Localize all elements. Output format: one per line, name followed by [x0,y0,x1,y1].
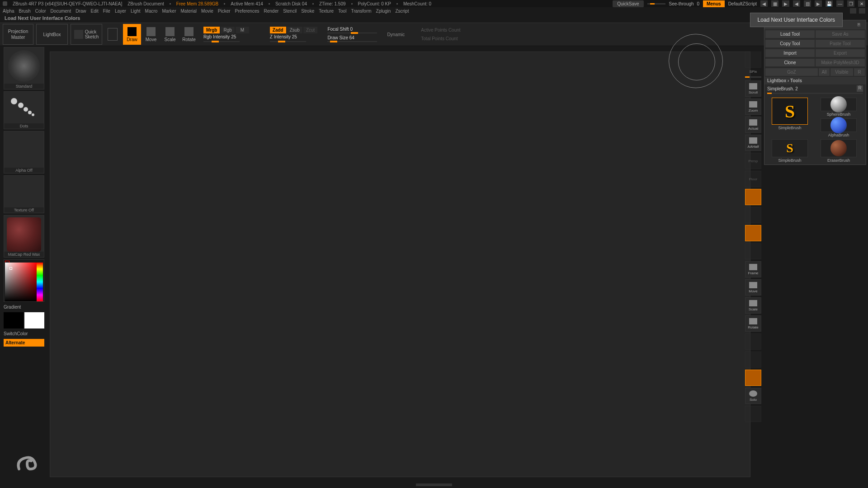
save-as-button[interactable]: Save As [816,30,865,38]
draw-size-slider[interactable] [327,41,377,42]
menu-picker[interactable]: Picker [218,9,231,14]
alpha-slot[interactable]: Alpha Off [4,131,44,174]
alternate-button[interactable]: Alternate [4,339,44,347]
tool-item-simplebrush-2[interactable]: S SimpleBrush [766,139,813,163]
polyf-button[interactable] [745,333,761,350]
menu-preferences[interactable]: Preferences [235,9,259,14]
ui-prev-icon[interactable]: ◀ [760,0,768,7]
goz-all-button[interactable]: All [819,68,830,76]
tool-item-simplebrush[interactable]: S SimpleBrush [766,98,813,137]
tool-item-eraserbrush[interactable]: EraserBrush [815,139,862,163]
close-icon[interactable]: ✕ [858,0,865,7]
menu-zplugin[interactable]: Zplugin [376,9,391,14]
transp-button[interactable] [745,352,761,368]
menu-tool[interactable]: Tool [338,9,346,14]
color-picker[interactable] [4,259,44,302]
menu-alpha[interactable]: Alpha [3,9,14,14]
bottom-scrollbar[interactable] [416,483,452,486]
layout-next-icon[interactable]: ▶ [815,0,822,7]
switch-color-button[interactable]: SwitchColor [4,330,44,337]
arrow-down-icon[interactable] [859,8,865,14]
xpose-button[interactable] [745,406,761,422]
scale-button[interactable]: Scale [161,24,179,45]
tool-slider[interactable] [767,93,863,94]
canvas-rotate-button[interactable]: Rotate [745,315,761,332]
hue-strip[interactable] [37,263,43,301]
focal-shift-slider[interactable] [327,33,377,33]
layout-icon[interactable]: ▥ [804,0,811,7]
menu-marker[interactable]: Marker [162,9,176,14]
save-config-icon[interactable]: 💾 [826,0,833,7]
m-button[interactable]: M [236,27,249,33]
menu-material[interactable]: Material [181,9,197,14]
dynamic-label[interactable]: Dynamic [387,32,405,37]
spix-slider[interactable] [745,76,761,78]
lightbox-button[interactable]: LightBox [36,24,68,45]
import-button[interactable]: Import [765,49,815,57]
clone-button[interactable]: Clone [765,59,815,66]
canvas-move-button[interactable]: Move [745,279,761,296]
goz-button[interactable]: GoZ [765,68,818,76]
menu-file[interactable]: File [103,9,110,14]
mrgb-button[interactable]: Mrgb [203,27,220,33]
lc-button[interactable] [745,207,761,223]
lightbox-tools-header[interactable]: Lightbox › Tools [764,77,866,84]
z-intensity-slider[interactable] [270,41,306,42]
refresh-icon[interactable] [850,8,856,14]
zoom-button[interactable]: Zoom [745,99,761,115]
projection-master-button[interactable]: ProjectionMaster [3,24,33,45]
zsub-button[interactable]: Zsub [287,27,302,33]
restore-icon[interactable]: ❐ [847,0,854,7]
menu-light[interactable]: Light [131,9,141,14]
zadd-button[interactable]: Zadd [270,27,286,33]
menu-zscript[interactable]: Zscript [395,9,409,14]
lsym-button[interactable] [745,225,761,241]
load-tool-button[interactable]: Load Tool [765,30,815,38]
make-polymesh-button[interactable]: Make PolyMesh3D [816,59,865,66]
persp-button[interactable]: Persp [745,153,761,169]
zcut-button[interactable]: Zcut [303,27,317,33]
ui-colors-icon[interactable]: ▦ [771,0,778,7]
rgb-intensity-slider[interactable] [203,41,240,42]
blank-button[interactable] [745,52,761,68]
menu-brush[interactable]: Brush [19,9,31,14]
canvas-scale-button[interactable]: Scale [745,297,761,314]
paste-tool-button[interactable]: Paste Tool [816,40,865,47]
menu-transform[interactable]: Transform [351,9,371,14]
menu-stroke[interactable]: Stroke [301,9,314,14]
floor-button[interactable]: Floor [745,171,761,187]
stroke-slot[interactable]: Dots [4,91,44,129]
tool-r-button[interactable]: R [857,85,863,92]
canvas[interactable] [50,52,750,477]
pin-icon[interactable]: ⎘ [858,22,863,28]
xyz-button[interactable] [745,243,761,259]
scroll-button[interactable]: Scroll [745,80,761,97]
gradient-button[interactable]: Gradient [4,304,44,310]
menus-button[interactable]: Menus [703,0,725,7]
brush-slot[interactable]: Standard [4,47,44,89]
tool-item-spherebrush[interactable]: SphereBrush AlphaBrush [815,98,862,137]
menu-draw[interactable]: Draw [75,9,86,14]
move-button[interactable]: Move [142,24,160,45]
actual-button[interactable]: Actual [745,117,761,133]
menu-macro[interactable]: Macro [145,9,158,14]
solo-button[interactable]: Solo [745,388,761,404]
texture-slot[interactable]: Texture Off [4,175,44,213]
edit-button[interactable] [108,28,118,41]
frame-button[interactable]: Frame [745,261,761,277]
layout-prev-icon[interactable]: ◀ [793,0,800,7]
quick-sketch-button[interactable]: QuickSketch [71,24,102,45]
primary-color-swatch[interactable] [24,312,44,328]
menu-document[interactable]: Document [51,9,71,14]
copy-tool-button[interactable]: Copy Tool [765,40,815,47]
quicksave-button[interactable]: QuickSave [613,0,643,7]
minimize-icon[interactable]: — [836,0,844,7]
ghost-button[interactable] [745,370,761,386]
secondary-color-swatch[interactable] [4,312,24,328]
material-slot[interactable]: MatCap Red Wax [4,215,44,258]
local-button[interactable] [745,189,761,205]
export-button[interactable]: Export [816,49,865,57]
quicksave-slider[interactable] [647,3,665,5]
rgb-button[interactable]: Rgb [221,27,234,33]
goz-visible-button[interactable]: Visible [830,68,853,76]
